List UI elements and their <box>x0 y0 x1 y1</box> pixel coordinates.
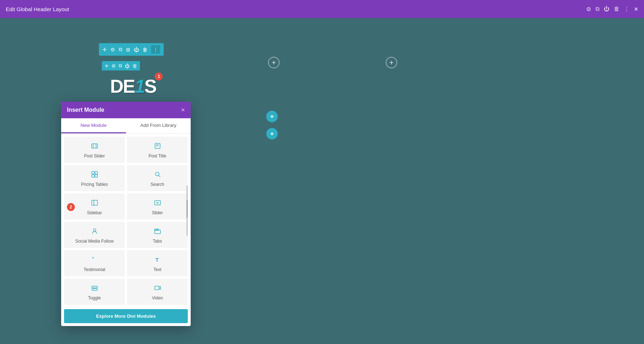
svg-rect-0 <box>92 144 97 148</box>
copy-icon[interactable]: ⧉ <box>595 6 599 12</box>
slider-label: Slider <box>152 210 163 215</box>
logo-area: DE1S 1 <box>101 68 165 104</box>
modal-header: Insert Module × <box>61 102 191 118</box>
svg-rect-9 <box>95 175 97 177</box>
row-copy-icon[interactable]: ⧉ <box>119 46 122 52</box>
testimonial-label: Testimonial <box>83 267 105 272</box>
social-media-follow-label: Social Media Follow <box>75 239 114 244</box>
add-column-left-button[interactable]: + <box>268 57 280 68</box>
settings-icon[interactable]: ⚙ <box>586 6 591 13</box>
row-more-icon[interactable]: ⋮ <box>151 45 160 54</box>
modal-close-button[interactable]: × <box>181 107 185 113</box>
post-title-label: Post Title <box>149 153 166 159</box>
svg-rect-14 <box>155 201 160 205</box>
move-icon[interactable]: ✛ <box>103 47 107 52</box>
row-outer-toolbar: ✛ ⚙ ⧉ ⊞ ⏻ 🗑 ⋮ <box>99 43 164 56</box>
inner-trash-icon[interactable]: 🗑 <box>132 63 137 69</box>
post-slider-icon <box>91 142 98 151</box>
tabs-icon <box>154 228 161 236</box>
svg-text:T: T <box>155 257 159 263</box>
sidebar-label: Sidebar <box>87 210 102 215</box>
post-title-icon <box>154 142 161 151</box>
row-settings-icon[interactable]: ⚙ <box>110 47 115 52</box>
logo-text: DE1S 1 <box>110 75 156 97</box>
tab-add-from-library[interactable]: Add From Library <box>126 118 191 133</box>
post-slider-label: Post Slider <box>84 153 105 159</box>
svg-rect-17 <box>155 229 157 230</box>
slider-icon <box>154 199 161 207</box>
svg-rect-8 <box>92 175 94 177</box>
insert-module-modal: Insert Module × New Module Add From Libr… <box>61 102 191 326</box>
row-columns-icon[interactable]: ⊞ <box>126 47 130 52</box>
svg-line-11 <box>159 175 160 177</box>
logo-badge: 1 <box>155 73 163 81</box>
scroll-indicator[interactable] <box>186 185 188 236</box>
search-label: Search <box>150 182 164 187</box>
pricing-tables-label: Pricing Tables <box>81 182 108 187</box>
toggle-icon <box>91 284 98 293</box>
module-item-testimonial[interactable]: " Testimonial <box>64 250 125 276</box>
social-media-follow-icon <box>91 228 98 236</box>
module-item-post-title[interactable]: Post Title <box>127 137 188 163</box>
video-icon <box>154 284 161 293</box>
svg-rect-7 <box>95 171 97 174</box>
svg-rect-22 <box>92 289 97 290</box>
more-icon[interactable]: ⋮ <box>624 6 630 13</box>
module-item-slider[interactable]: Slider <box>127 193 188 220</box>
modal-tabs: New Module Add From Library <box>61 118 191 134</box>
tabs-label: Tabs <box>153 239 162 244</box>
trash-icon[interactable]: 🗑 <box>614 6 620 12</box>
svg-rect-6 <box>92 171 94 174</box>
video-label: Video <box>152 295 163 301</box>
module-grid: Post Slider Post Title Pricing Tables <box>61 134 191 306</box>
modal-title: Insert Module <box>67 107 104 113</box>
inner-move-icon[interactable]: ✛ <box>105 63 109 69</box>
svg-rect-24 <box>155 286 159 290</box>
svg-text:": " <box>92 256 94 263</box>
modal-footer: Explore More Divi Modules <box>61 306 191 326</box>
svg-point-15 <box>93 229 96 231</box>
inner-power-icon[interactable]: ⏻ <box>125 63 130 69</box>
inner-settings-icon[interactable]: ⚙ <box>112 63 116 69</box>
scroll-thumb <box>186 200 188 218</box>
module-item-search[interactable]: Search <box>127 165 188 191</box>
pricing-tables-icon <box>91 171 98 179</box>
svg-rect-12 <box>92 200 97 205</box>
testimonial-icon: " <box>91 256 98 264</box>
add-module-button[interactable]: + <box>266 111 278 122</box>
module-item-video[interactable]: Video <box>127 279 188 305</box>
top-bar: Edit Global Header Layout ⚙ ⧉ ⏻ 🗑 ⋮ × <box>0 0 644 18</box>
row-trash-icon[interactable]: 🗑 <box>142 47 148 52</box>
canvas: ✛ ⚙ ⧉ ⊞ ⏻ 🗑 ⋮ ✛ ⚙ ⧉ ⏻ 🗑 DE1S 1 + + + + I… <box>0 18 644 344</box>
tab-new-module[interactable]: New Module <box>61 118 126 133</box>
text-label: Text <box>153 267 161 272</box>
module-item-social-media-follow[interactable]: Social Media Follow <box>64 222 125 248</box>
toggle-label: Toggle <box>88 295 101 301</box>
add-row-button[interactable]: + <box>266 128 278 139</box>
add-column-right-button[interactable]: + <box>386 57 397 68</box>
social-media-badge: 2 <box>67 203 75 211</box>
power-icon[interactable]: ⏻ <box>604 6 609 12</box>
module-item-post-slider[interactable]: Post Slider <box>64 137 125 163</box>
module-item-tabs[interactable]: Tabs <box>127 222 188 248</box>
svg-rect-18 <box>157 229 159 230</box>
module-item-pricing-tables[interactable]: Pricing Tables <box>64 165 125 191</box>
inner-row-toolbar: ✛ ⚙ ⧉ ⏻ 🗑 <box>102 61 140 70</box>
search-icon <box>154 171 161 179</box>
explore-more-button[interactable]: Explore More Divi Modules <box>64 309 188 323</box>
text-icon: T <box>154 256 161 264</box>
module-item-toggle[interactable]: Toggle <box>64 279 125 305</box>
sidebar-icon <box>91 199 98 207</box>
module-item-text[interactable]: T Text <box>127 250 188 276</box>
inner-copy-icon[interactable]: ⧉ <box>119 63 122 69</box>
row-power-icon[interactable]: ⏻ <box>134 47 139 52</box>
top-bar-title: Edit Global Header Layout <box>6 6 582 12</box>
top-bar-close-button[interactable]: × <box>634 5 638 13</box>
